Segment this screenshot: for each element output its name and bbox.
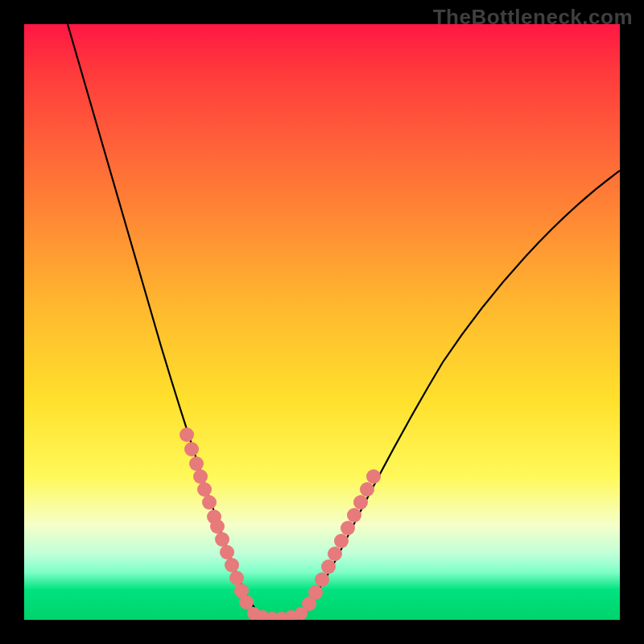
svg-point-22 [315,572,329,587]
svg-point-18 [285,610,298,620]
bottleneck-curve [68,24,620,618]
svg-point-3 [193,469,208,484]
svg-point-16 [266,612,279,620]
svg-point-6 [207,510,221,524]
curve-layer [24,24,620,620]
svg-point-27 [347,508,361,522]
bottom-marker-plateau [247,607,308,620]
svg-point-2 [189,456,204,471]
svg-point-21 [308,585,323,600]
svg-point-26 [341,521,355,535]
svg-point-20 [302,597,316,611]
svg-point-15 [256,610,269,620]
svg-point-10 [225,558,239,572]
svg-point-24 [328,547,342,561]
svg-point-14 [247,607,260,620]
svg-point-28 [353,495,368,510]
svg-point-5 [202,495,217,510]
chart-frame: TheBottleneck.com [0,0,644,644]
svg-point-1 [184,442,199,456]
svg-point-4 [197,482,212,497]
svg-point-13 [239,595,254,609]
plot-area [24,24,620,620]
svg-point-17 [275,612,288,620]
svg-point-19 [295,607,308,620]
left-marker-cluster [180,427,254,609]
svg-point-29 [360,482,374,497]
right-marker-cluster [302,469,381,611]
svg-point-0 [180,427,194,442]
svg-point-7 [210,519,225,534]
svg-point-12 [234,584,249,598]
svg-point-8 [215,532,229,547]
svg-point-30 [366,469,381,484]
svg-point-23 [321,559,336,574]
svg-point-9 [220,545,234,559]
svg-point-11 [229,571,244,585]
svg-point-25 [334,534,349,548]
